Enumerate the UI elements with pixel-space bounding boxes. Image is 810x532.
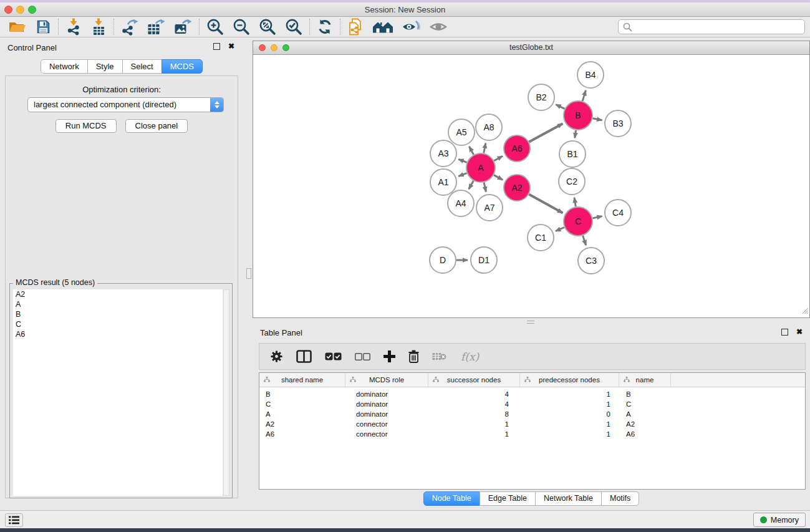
- edge-C-C1[interactable]: [556, 228, 564, 231]
- result-item-a[interactable]: A: [13, 299, 223, 309]
- graph-node-C[interactable]: C: [564, 207, 592, 236]
- gear-icon[interactable]: [270, 350, 283, 363]
- task-history-button[interactable]: [5, 513, 23, 527]
- edge-B-B4[interactable]: [582, 90, 586, 101]
- close-panel-icon[interactable]: ✖: [228, 43, 234, 50]
- graph-node-A1[interactable]: A1: [430, 169, 456, 195]
- float-panel-icon[interactable]: [213, 43, 220, 50]
- graph-node-B3[interactable]: B3: [605, 110, 631, 137]
- edge-A-A7[interactable]: [484, 182, 486, 191]
- table-row-a6[interactable]: A6connector11A6: [259, 429, 805, 439]
- open-file-icon[interactable]: [9, 17, 26, 36]
- float-table-panel-icon[interactable]: [781, 329, 788, 336]
- search-box[interactable]: [618, 19, 805, 34]
- first-neighbors-icon[interactable]: [372, 17, 393, 36]
- tab-motifs[interactable]: Motifs: [601, 491, 639, 506]
- graph-node-A[interactable]: A: [466, 153, 495, 182]
- edge-A-A3[interactable]: [458, 159, 466, 162]
- result-item-b[interactable]: B: [13, 309, 223, 319]
- edge-A-A2[interactable]: [494, 175, 503, 180]
- search-input[interactable]: [632, 19, 804, 34]
- result-list-scrollbar[interactable]: [223, 289, 229, 496]
- edge-C-C3[interactable]: [583, 236, 586, 246]
- tab-mcds[interactable]: MCDS: [162, 59, 203, 74]
- graph-node-B2[interactable]: B2: [528, 84, 554, 110]
- edge-A-A5[interactable]: [469, 147, 473, 155]
- graph-node-A4[interactable]: A4: [448, 190, 474, 216]
- zoom-in-icon[interactable]: [206, 17, 224, 36]
- graph-node-A6[interactable]: A6: [504, 135, 530, 162]
- import-table-icon[interactable]: [90, 17, 107, 36]
- edge-A-A1[interactable]: [458, 173, 466, 177]
- graph-node-A8[interactable]: A8: [476, 114, 502, 140]
- graph-node-C1[interactable]: C1: [528, 225, 554, 251]
- edge-A6-B[interactable]: [529, 123, 562, 142]
- hide-selected-icon[interactable]: [402, 17, 421, 36]
- tab-edge-table[interactable]: Edge Table: [480, 491, 536, 506]
- table-row-a2[interactable]: A2connector11A2: [259, 419, 805, 429]
- edge-A2-C[interactable]: [529, 195, 562, 213]
- resize-corner-icon[interactable]: [801, 306, 809, 317]
- table-row-b[interactable]: Bdominator41B: [259, 389, 805, 399]
- vertical-split-grip[interactable]: [246, 268, 251, 279]
- select-stepper-icon[interactable]: [210, 98, 223, 112]
- close-panel-button[interactable]: Close panel: [125, 119, 188, 133]
- check-all-icon[interactable]: [325, 352, 342, 360]
- export-table-icon[interactable]: [147, 17, 165, 36]
- close-table-panel-icon[interactable]: ✖: [796, 329, 803, 336]
- edge-A-A4[interactable]: [469, 181, 474, 189]
- graph-node-C4[interactable]: C4: [605, 200, 631, 226]
- graph-node-D[interactable]: D: [430, 247, 456, 273]
- tab-node-table[interactable]: Node Table: [423, 491, 480, 506]
- edge-A-A6[interactable]: [494, 156, 503, 160]
- criterion-select[interactable]: largest connected component (directed): [27, 97, 224, 112]
- edge-A-A8[interactable]: [484, 143, 486, 153]
- graph-node-A5[interactable]: A5: [448, 119, 475, 145]
- result-item-a6[interactable]: A6: [13, 329, 223, 339]
- memory-button[interactable]: Memory: [753, 513, 806, 527]
- horizontal-split-grip[interactable]: [527, 321, 534, 324]
- graph-node-D1[interactable]: D1: [471, 247, 497, 273]
- add-row-icon[interactable]: [383, 351, 395, 362]
- edge-B-B1[interactable]: [575, 130, 576, 138]
- graph-node-B4[interactable]: B4: [577, 62, 604, 88]
- edge-C-C2[interactable]: [574, 198, 576, 207]
- graph-node-A7[interactable]: A7: [476, 195, 503, 221]
- table-row-c[interactable]: Cdominator41C: [259, 399, 805, 409]
- column-header-name[interactable]: name: [619, 373, 671, 387]
- network-graph[interactable]: B4B2BB3A5A8A6A3B1AA1C2A2A4A7C4CC1C3DD1: [253, 55, 809, 317]
- result-item-a2[interactable]: A2: [13, 289, 223, 299]
- column-header-shared-name[interactable]: shared name: [259, 373, 345, 387]
- zoom-fit-icon[interactable]: [259, 17, 276, 36]
- zoom-out-icon[interactable]: [233, 17, 250, 36]
- graph-node-B[interactable]: B: [564, 101, 592, 130]
- show-all-icon[interactable]: [430, 17, 447, 36]
- uncheck-all-icon[interactable]: [355, 353, 370, 360]
- edge-B-B3[interactable]: [593, 118, 602, 120]
- tab-network-table[interactable]: Network Table: [535, 491, 602, 506]
- export-network-icon[interactable]: [121, 17, 138, 36]
- run-mcds-button[interactable]: Run MCDS: [55, 119, 117, 133]
- graph-node-A3[interactable]: A3: [430, 140, 456, 167]
- export-image-icon[interactable]: [174, 17, 192, 36]
- tab-select[interactable]: Select: [122, 59, 162, 74]
- graph-node-C3[interactable]: C3: [578, 248, 604, 274]
- refresh-icon[interactable]: [317, 17, 333, 36]
- column-header-predecessor-nodes[interactable]: predecessor nodes: [520, 373, 619, 387]
- column-header-successor-nodes[interactable]: successor nodes: [428, 373, 520, 387]
- import-network-icon[interactable]: [65, 17, 82, 36]
- mcds-result-list[interactable]: A2ABCA6: [13, 289, 223, 496]
- column-header-mcds-role[interactable]: MCDS role: [345, 373, 428, 387]
- edge-C-C4[interactable]: [592, 216, 602, 218]
- tab-style[interactable]: Style: [87, 59, 123, 74]
- result-item-c[interactable]: C: [13, 319, 223, 329]
- edge-B-B2[interactable]: [556, 105, 564, 109]
- graph-node-C2[interactable]: C2: [559, 168, 585, 195]
- zoom-selected-icon[interactable]: [285, 17, 302, 36]
- save-session-icon[interactable]: [35, 17, 51, 36]
- network-canvas[interactable]: B4B2BB3A5A8A6A3B1AA1C2A2A4A7C4CC1C3DD1: [253, 55, 809, 317]
- columns-icon[interactable]: [296, 350, 312, 363]
- tab-network[interactable]: Network: [41, 59, 88, 74]
- delete-row-icon[interactable]: [408, 350, 419, 363]
- graph-node-B1[interactable]: B1: [559, 141, 586, 167]
